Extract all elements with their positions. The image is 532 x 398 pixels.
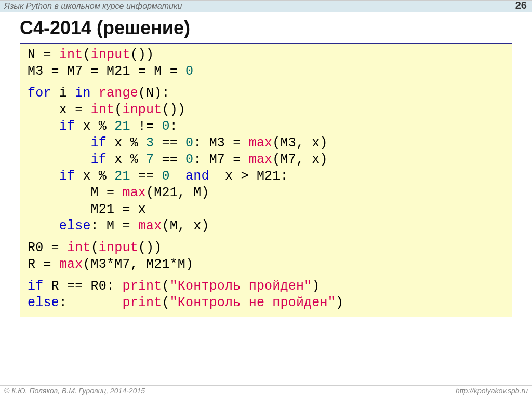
code-line: M3 = M7 = M21 = M = 0 <box>28 63 504 80</box>
code-line: M21 = x <box>28 201 504 218</box>
code-line: R0 = int(input()) <box>28 240 504 256</box>
footer-copyright: © К.Ю. Поляков, В.М. Гуровиц, 2014-2015 <box>4 387 145 395</box>
code-line: x = int(input()) <box>28 102 504 118</box>
page-number: 26 <box>515 0 527 11</box>
code-line: for i in range(N): <box>28 85 504 102</box>
footer-url: http://kpolyakov.spb.ru <box>456 387 528 395</box>
code-line: else: M = max(M, x) <box>28 218 504 235</box>
code-line: R = max(M3*M7, M21*M) <box>28 256 504 273</box>
code-line: if x % 21 == 0 and x > M21: <box>28 168 504 185</box>
code-line: if R == R0: print("Контроль пройден") <box>28 278 504 295</box>
slide-title: С4-2014 (решение) <box>20 17 532 39</box>
code-block: N = int(input()) M3 = M7 = M21 = M = 0 f… <box>20 43 512 317</box>
slide: Язык Python в школьном курсе информатики… <box>0 0 532 398</box>
code-line: if x % 7 == 0: M7 = max(M7, x) <box>28 152 504 168</box>
code-line: if x % 21 != 0: <box>28 118 504 135</box>
code-line: N = int(input()) <box>28 47 504 63</box>
header-subject: Язык Python в школьном курсе информатики <box>4 2 182 11</box>
code-line: M = max(M21, M) <box>28 185 504 201</box>
header-band: Язык Python в школьном курсе информатики… <box>0 0 532 12</box>
footer: © К.Ю. Поляков, В.М. Гуровиц, 2014-2015 … <box>0 385 532 396</box>
code-line: else: print("Контроль не пройден") <box>28 295 504 311</box>
code-line: if x % 3 == 0: M3 = max(M3, x) <box>28 135 504 152</box>
